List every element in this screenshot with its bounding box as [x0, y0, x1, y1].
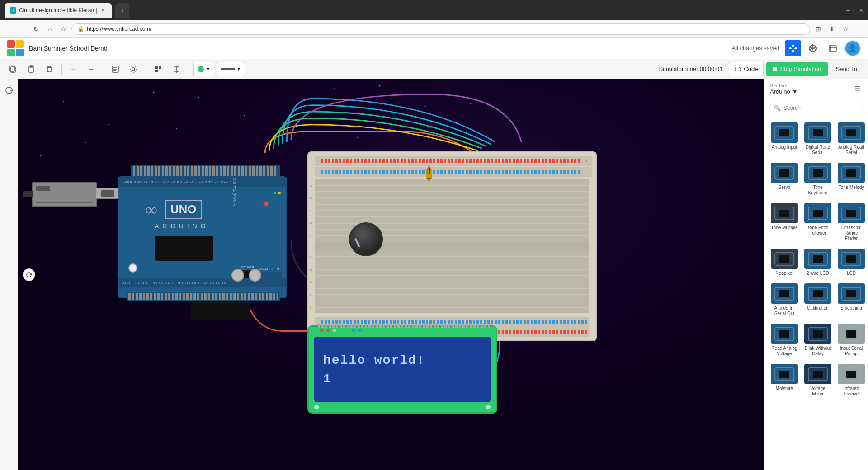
component-item-9[interactable]: Neopixel	[769, 247, 800, 278]
align-btn[interactable]	[151, 62, 166, 76]
component-item-10[interactable]: 2 wire LCD	[802, 247, 833, 278]
tab-title: Circuit design Incredible Kieran |	[19, 7, 97, 14]
round-buttons	[231, 269, 261, 282]
svg-rect-2	[792, 45, 794, 47]
settings-btn[interactable]	[126, 62, 141, 76]
canvas-rotate-btn[interactable]	[23, 268, 35, 281]
pos-rail	[321, 159, 587, 163]
lcd-corner-dot-bl	[314, 405, 319, 409]
rotate-view-btn[interactable]	[2, 84, 16, 97]
redo-btn[interactable]: →	[84, 62, 98, 76]
component-label-9: Neopixel	[776, 271, 793, 276]
user-avatar[interactable]: 👤	[844, 40, 861, 56]
color-arrow: ▼	[206, 66, 210, 71]
stop-simulation-btn[interactable]: Stop Simulation	[766, 62, 827, 76]
sidebar-list-view-btn[interactable]: ☰	[853, 83, 863, 95]
notes-btn[interactable]	[108, 62, 123, 76]
component-item-7[interactable]: Tone Pitch Follower	[802, 201, 833, 243]
svg-rect-76	[779, 330, 789, 338]
component-item-0[interactable]: Analog Input	[769, 121, 800, 157]
component-item-2[interactable]: Analog Read Serial	[836, 121, 867, 157]
color-picker-btn[interactable]: ▼	[193, 62, 214, 76]
search-input[interactable]	[783, 105, 859, 111]
close-btn[interactable]: ✕	[859, 7, 863, 14]
starter-select[interactable]: Arduino ▼	[770, 88, 798, 95]
digital-label: DIGITAL (PWM~)	[231, 177, 237, 207]
lcd-display[interactable]: hello world! 1	[307, 325, 497, 414]
component-item-8[interactable]: Ultrasonic Range Finder	[836, 201, 867, 243]
address-text: https://www.tinkercad.com/	[87, 26, 151, 32]
row-label-h: h	[310, 281, 316, 284]
component-item-5[interactable]: Tone Melody	[836, 161, 867, 197]
breadboard-right-top-rail: +	[581, 156, 592, 166]
row-label-f: f	[310, 255, 316, 258]
arduino-board[interactable]: AREF GND 13 12 ~11 ~10 ~9 8 7 ~6 ~5 4 ~3…	[118, 165, 289, 301]
code-btn[interactable]: Code	[729, 62, 764, 76]
potentiometer[interactable]	[349, 222, 383, 256]
top-pin-header	[131, 165, 280, 178]
copy-btn[interactable]	[5, 62, 21, 76]
component-item-13[interactable]: Calibration	[802, 282, 833, 318]
browser-chrome: T Circuit design Incredible Kieran | ✕ +…	[0, 0, 868, 20]
row-label-d: d	[310, 221, 316, 225]
logo-cell-yellow	[16, 40, 24, 48]
component-label-10: 2 wire LCD	[807, 271, 829, 276]
line-style-btn[interactable]: ▼	[217, 62, 245, 76]
browser-tab-active[interactable]: T Circuit design Incredible Kieran | ✕	[5, 3, 112, 18]
canvas-area[interactable]: AREF GND 13 12 ~11 ~10 ~9 8 7 ~6 ~5 4 ~3…	[18, 79, 764, 470]
separator-1	[61, 64, 62, 75]
flip-btn[interactable]	[169, 62, 184, 76]
minimize-btn[interactable]: ─	[846, 7, 850, 14]
starter-chevron: ▼	[792, 88, 798, 95]
circuit-view-btn[interactable]	[785, 40, 801, 56]
svg-rect-54	[813, 169, 823, 177]
component-item-15[interactable]: Read Analog Voltage	[769, 322, 800, 358]
maximize-btn[interactable]: □	[853, 7, 856, 14]
menu-btn[interactable]: ⋮	[854, 24, 864, 34]
download-btn[interactable]: ⬇	[826, 24, 837, 34]
component-item-1[interactable]: Digital Read Serial	[802, 121, 833, 157]
on-led	[274, 192, 276, 194]
component-item-18[interactable]: Moisture	[769, 362, 800, 399]
code-view-btn[interactable]	[825, 40, 841, 56]
bookmark-btn[interactable]: ☆	[58, 24, 69, 34]
back-btn[interactable]: ←	[4, 24, 14, 34]
delete-btn[interactable]	[42, 62, 57, 76]
address-bar[interactable]: 🔒 https://www.tinkercad.com/	[71, 23, 810, 35]
component-item-3[interactable]: Servo	[769, 161, 800, 197]
arduino-logo-group: ∞ UNO	[146, 200, 202, 219]
sidebar-collapse-btn[interactable]: ›	[764, 266, 764, 284]
browser-tab-new[interactable]: +	[115, 3, 129, 18]
reload-btn[interactable]: ↻	[31, 24, 42, 34]
component-item-16[interactable]: Blink Without Delay	[802, 322, 833, 358]
reset-button[interactable]	[128, 263, 137, 273]
component-item-19[interactable]: Voltage Meter	[802, 362, 833, 399]
extensions-btn[interactable]: ⊞	[813, 24, 824, 34]
lcd-led-indicators	[320, 329, 362, 332]
home-btn[interactable]: ⌂	[44, 24, 55, 34]
row-label-i: i	[310, 293, 316, 296]
search-bar[interactable]: 🔍	[769, 103, 863, 113]
component-thumb-8	[838, 203, 865, 223]
component-item-4[interactable]: Tone Keyboard	[802, 161, 833, 197]
paste-btn[interactable]	[24, 62, 39, 76]
undo-btn[interactable]: ←	[66, 62, 81, 76]
component-item-20[interactable]: Infrared Receiver	[836, 362, 867, 399]
3d-view-btn[interactable]	[805, 40, 821, 56]
separator-4	[189, 64, 189, 75]
tab-close-btn[interactable]: ✕	[100, 7, 106, 14]
forward-btn[interactable]: →	[17, 24, 28, 34]
component-label-15: Read Analog Voltage	[771, 346, 798, 357]
component-item-6[interactable]: Tone Multiple	[769, 201, 800, 243]
logo-cell-red	[7, 40, 15, 48]
favorites-btn[interactable]: ☆	[840, 24, 851, 34]
component-item-12[interactable]: Analog In, Serial Out	[769, 282, 800, 318]
breadboard[interactable]: + − a b c d e f g	[307, 151, 597, 341]
component-label-17: Input Serial Pullup	[838, 346, 865, 357]
send-to-btn[interactable]: Send To	[830, 62, 863, 76]
component-item-11[interactable]: LCD	[836, 247, 867, 278]
send-to-label: Send To	[836, 66, 857, 72]
starters-label: Starters	[770, 83, 798, 88]
component-item-17[interactable]: Input Serial Pullup	[836, 322, 867, 358]
component-item-14[interactable]: Smoothing	[836, 282, 867, 318]
